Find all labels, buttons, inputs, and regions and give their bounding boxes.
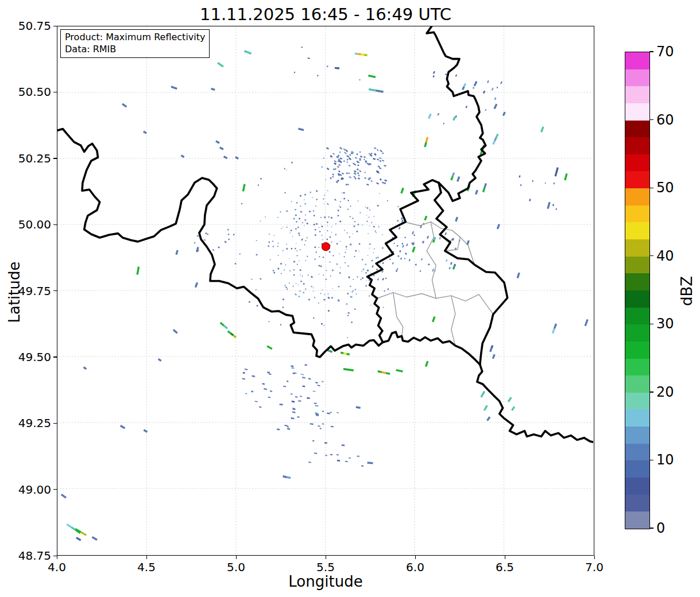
colorbar-band [625, 495, 649, 512]
y-tick-mark [53, 224, 57, 225]
colorbar-band [625, 324, 649, 342]
info-product: Product: Maximum Reflectivity [65, 31, 205, 43]
colorbar-tick-label: 40 [656, 248, 674, 264]
x-tick-mark [505, 556, 505, 559]
colorbar-tick-label: 10 [656, 452, 674, 468]
colorbar-tick-label: 20 [656, 384, 674, 400]
y-tick-mark [53, 556, 57, 556]
colorbar [625, 52, 650, 529]
country-borders [57, 26, 593, 443]
colorbar-label: dBZ [678, 262, 695, 320]
colorbar-band [625, 290, 649, 308]
echo-streaks [61, 51, 587, 540]
colorbar-tick-mark [649, 119, 653, 120]
y-tick-label: 50.25 [11, 152, 51, 165]
y-tick-label: 49.75 [11, 284, 51, 298]
x-tick-label: 5.0 [227, 560, 245, 574]
x-tick-mark [146, 556, 147, 559]
colorbar-band [625, 511, 649, 529]
y-tick-label: 49.25 [11, 416, 51, 430]
colorbar-band [625, 69, 649, 87]
colorbar-band [625, 375, 649, 393]
colorbar-band [625, 188, 649, 206]
colorbar-band [625, 137, 649, 154]
colorbar-band [625, 359, 649, 376]
y-tick-label: 48.75 [11, 549, 51, 563]
colorbar-tick-mark [649, 528, 653, 528]
colorbar-band [625, 154, 649, 172]
colorbar-band [625, 308, 649, 325]
colorbar-band [625, 460, 649, 478]
colorbar-band [625, 52, 649, 69]
info-box: Product: Maximum Reflectivity Data: RMIB [60, 29, 210, 58]
y-tick-mark [53, 92, 57, 92]
colorbar-band [625, 222, 649, 239]
colorbar-band [625, 478, 649, 495]
x-tick-label: 6.5 [496, 560, 514, 574]
x-tick-label: 5.5 [316, 560, 335, 574]
colorbar-tick-mark [649, 51, 653, 52]
colorbar-band [625, 444, 649, 461]
x-tick-mark [57, 556, 57, 559]
y-tick-mark [53, 489, 57, 490]
y-tick-mark [53, 290, 57, 291]
colorbar-band [625, 273, 649, 290]
x-tick-mark [415, 556, 416, 559]
colorbar-tick-mark [649, 255, 653, 256]
x-tick-label: 4.5 [137, 560, 156, 574]
colorbar-tick-mark [649, 391, 653, 392]
radar-location-marker [322, 243, 330, 251]
colorbar-band [625, 121, 649, 138]
colorbar-band [625, 86, 649, 103]
y-tick-label: 50.00 [11, 218, 51, 231]
colorbar-band [625, 427, 649, 444]
colorbar-tick-mark [649, 324, 653, 324]
colorbar-band [625, 206, 649, 223]
y-tick-label: 50.50 [11, 85, 51, 99]
y-tick-mark [53, 356, 57, 357]
colorbar-band [625, 257, 649, 274]
x-tick-label: 7.0 [585, 560, 604, 574]
colorbar-band [625, 393, 649, 410]
region-borders [377, 222, 493, 346]
y-tick-mark [53, 26, 57, 26]
colorbar-tick-label: 0 [656, 520, 665, 536]
figure-title: 11.11.2025 16:45 - 16:49 UTC [57, 5, 594, 24]
colorbar-band [625, 239, 649, 257]
y-tick-mark [53, 158, 57, 158]
colorbar-tick-mark [649, 188, 653, 188]
colorbar-band [625, 342, 649, 359]
colorbar-band [625, 103, 649, 121]
colorbar-tick-label: 60 [656, 112, 674, 128]
x-tick-mark [236, 556, 237, 559]
x-axis-label: Longitude [57, 573, 594, 590]
x-tick-mark [594, 556, 595, 559]
x-tick-mark [326, 556, 326, 559]
figure: 11.11.2025 16:45 - 16:49 UTC Product: Ma… [0, 0, 700, 597]
map-plot-area: Product: Maximum Reflectivity Data: RMIB [57, 26, 594, 556]
y-tick-mark [53, 423, 57, 424]
colorbar-band [625, 171, 649, 188]
y-tick-label: 49.00 [11, 483, 51, 497]
colorbar-tick-label: 30 [656, 316, 674, 332]
y-tick-label: 49.50 [11, 350, 51, 364]
echo-speckle-clusters [194, 47, 556, 466]
colorbar-tick-label: 50 [656, 180, 674, 196]
info-source: Data: RMIB [65, 43, 205, 55]
grid-lines [57, 26, 593, 555]
y-tick-label: 50.75 [11, 19, 51, 33]
x-tick-label: 6.0 [406, 560, 424, 574]
radar-map-canvas [57, 26, 593, 555]
colorbar-tick-label: 70 [656, 44, 674, 60]
colorbar-band [625, 409, 649, 427]
colorbar-tick-mark [649, 460, 653, 460]
